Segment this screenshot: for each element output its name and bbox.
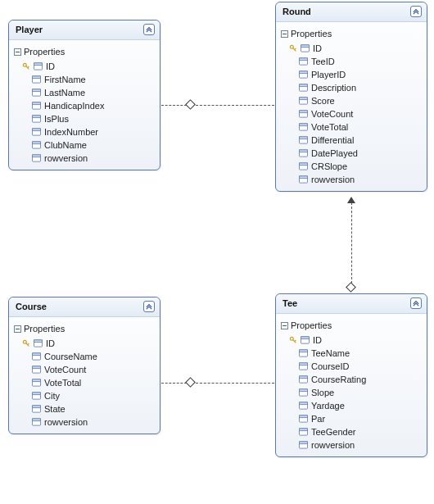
- properties-group-header[interactable]: Properties: [12, 322, 156, 337]
- property-row[interactable]: VoteTotal: [279, 120, 423, 134]
- property-row[interactable]: Par: [279, 412, 423, 425]
- property-row[interactable]: ID: [279, 334, 423, 347]
- property-row[interactable]: City: [12, 389, 156, 402]
- property-icon: [32, 102, 41, 110]
- svg-rect-10: [32, 116, 40, 118]
- property-row[interactable]: CourseID: [279, 360, 423, 373]
- property-row[interactable]: Slope: [279, 386, 423, 399]
- property-name: VoteCount: [311, 108, 353, 120]
- property-row[interactable]: rowversion: [12, 152, 156, 165]
- properties-group-header[interactable]: Properties: [279, 27, 423, 42]
- property-row[interactable]: VoteCount: [12, 363, 156, 376]
- property-name: HandicapIndex: [44, 100, 104, 111]
- entity-player[interactable]: Player Properties ID FirstName LastName …: [8, 20, 160, 170]
- property-row[interactable]: IsPlus: [12, 112, 156, 125]
- collapse-icon[interactable]: [143, 301, 155, 312]
- property-row[interactable]: TeeGender: [279, 425, 423, 438]
- property-row[interactable]: LastName: [12, 86, 156, 99]
- collapse-icon[interactable]: [410, 297, 422, 309]
- properties-label: Properties: [291, 320, 332, 330]
- property-row[interactable]: ClubName: [12, 138, 156, 152]
- property-row[interactable]: ID: [12, 337, 156, 350]
- property-row[interactable]: ID: [12, 60, 156, 73]
- svg-rect-61: [299, 363, 307, 366]
- entity-tee[interactable]: Tee Properties ID TeeName CourseID Cours…: [275, 293, 427, 457]
- collapse-icon[interactable]: [143, 24, 155, 35]
- svg-rect-42: [34, 340, 42, 343]
- property-row[interactable]: Score: [279, 94, 423, 107]
- svg-rect-69: [299, 415, 307, 418]
- svg-rect-25: [299, 84, 307, 87]
- diamond-icon: [346, 282, 356, 293]
- property-row[interactable]: IndexNumber: [12, 125, 156, 138]
- property-name: CourseName: [44, 351, 97, 362]
- property-name: VoteCount: [44, 364, 86, 375]
- property-row[interactable]: VoteTotal: [12, 376, 156, 389]
- svg-rect-46: [32, 366, 40, 369]
- property-row[interactable]: CourseRating: [279, 373, 423, 386]
- svg-rect-6: [32, 89, 40, 92]
- property-row[interactable]: Description: [279, 81, 423, 94]
- property-name: ID: [46, 61, 55, 72]
- property-icon: [299, 402, 308, 410]
- property-name: Yardage: [311, 400, 345, 411]
- property-icon: [32, 154, 41, 162]
- property-row[interactable]: FirstName: [12, 73, 156, 86]
- entity-body: Properties ID TeeID PlayerID Description…: [276, 22, 427, 191]
- svg-rect-73: [299, 442, 307, 444]
- property-row[interactable]: rowversion: [279, 438, 423, 452]
- svg-rect-54: [32, 419, 40, 421]
- svg-rect-37: [299, 163, 307, 166]
- property-name: CourseID: [311, 361, 349, 372]
- property-row[interactable]: CRSlope: [279, 160, 423, 173]
- entity-header[interactable]: Tee: [276, 294, 427, 314]
- entity-title: Player: [16, 25, 43, 34]
- entity-header[interactable]: Round: [276, 2, 427, 22]
- property-icon: [299, 136, 308, 144]
- property-row[interactable]: rowversion: [279, 173, 423, 186]
- properties-group-header[interactable]: Properties: [12, 45, 156, 60]
- property-row[interactable]: VoteCount: [279, 107, 423, 120]
- svg-rect-31: [299, 124, 307, 126]
- entity-header[interactable]: Player: [9, 20, 160, 40]
- property-row[interactable]: Yardage: [279, 399, 423, 412]
- svg-rect-67: [299, 402, 307, 405]
- svg-rect-16: [32, 155, 40, 157]
- property-row[interactable]: CourseName: [12, 350, 156, 363]
- svg-rect-44: [32, 353, 40, 356]
- property-name: CourseRating: [311, 374, 366, 385]
- key-icon: [289, 336, 297, 344]
- expand-toggle-icon[interactable]: [281, 322, 288, 329]
- entity-header[interactable]: Course: [9, 297, 160, 317]
- property-row[interactable]: ID: [279, 42, 423, 55]
- property-row[interactable]: HandicapIndex: [12, 99, 156, 112]
- entity-course[interactable]: Course Properties ID CourseName VoteCoun…: [8, 297, 160, 434]
- svg-rect-12: [32, 129, 40, 131]
- expand-toggle-icon[interactable]: [281, 30, 288, 38]
- property-row[interactable]: TeeName: [279, 347, 423, 360]
- property-icon: [32, 366, 41, 374]
- properties-group-header[interactable]: Properties: [279, 319, 423, 334]
- property-icon: [299, 149, 308, 157]
- property-name: Differential: [311, 134, 354, 146]
- svg-rect-23: [299, 71, 307, 74]
- property-row[interactable]: DatePlayed: [279, 147, 423, 160]
- property-icon: [34, 62, 43, 70]
- property-icon: [299, 441, 308, 449]
- svg-rect-8: [32, 102, 40, 105]
- collapse-icon[interactable]: [410, 6, 422, 17]
- property-row[interactable]: rowversion: [12, 415, 156, 429]
- property-name: VoteTotal: [311, 121, 348, 133]
- property-name: Par: [311, 413, 325, 425]
- svg-rect-48: [32, 379, 40, 382]
- property-row[interactable]: PlayerID: [279, 68, 423, 81]
- connector-line: [196, 105, 274, 106]
- expand-toggle-icon[interactable]: [14, 48, 21, 56]
- expand-toggle-icon[interactable]: [14, 325, 21, 333]
- property-row[interactable]: TeeID: [279, 55, 423, 68]
- property-row[interactable]: Differential: [279, 134, 423, 147]
- property-row[interactable]: State: [12, 402, 156, 415]
- property-icon: [299, 362, 308, 370]
- property-name: rowversion: [44, 152, 88, 164]
- entity-round[interactable]: Round Properties ID TeeID PlayerID Descr…: [275, 2, 427, 192]
